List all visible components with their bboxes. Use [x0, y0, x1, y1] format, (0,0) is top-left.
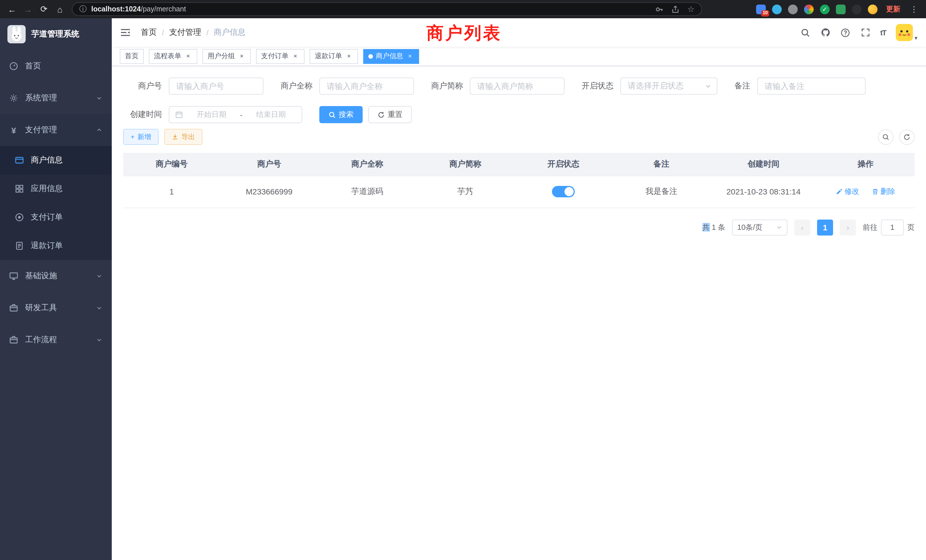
tab-payment-orders[interactable]: 支付订单× — [256, 49, 304, 64]
password-key-icon[interactable] — [655, 5, 664, 14]
tab-refund-orders[interactable]: 退款订单× — [310, 49, 358, 64]
merchant-no-input[interactable] — [169, 77, 263, 95]
page-1-button[interactable]: 1 — [817, 219, 833, 235]
reset-button-label: 重置 — [388, 109, 402, 120]
grid-icon — [15, 184, 24, 193]
close-icon[interactable]: × — [238, 52, 246, 60]
top-navbar: 首页 / 支付管理 / 商户信息 — [112, 18, 926, 47]
tab-user-group[interactable]: 用户分组× — [203, 49, 251, 64]
extension-icon-8[interactable] — [868, 4, 878, 14]
next-page-button[interactable]: › — [840, 219, 856, 235]
trash-icon — [872, 188, 879, 195]
delete-link[interactable]: 删除 — [872, 186, 895, 197]
edit-link[interactable]: 修改 — [836, 186, 859, 197]
bookmark-star-icon[interactable]: ☆ — [687, 5, 694, 14]
create-time-range-picker[interactable]: 开始日期 - 结束日期 — [169, 106, 302, 123]
refresh-icon — [903, 133, 911, 141]
sidebar-item-dev-tools[interactable]: 研发工具 — [0, 292, 112, 324]
sidebar-item-label: 首页 — [25, 61, 41, 71]
user-menu[interactable]: ▾ — [896, 24, 917, 41]
sidebar-item-refund-orders[interactable]: 退款订单 — [0, 232, 112, 260]
share-icon[interactable] — [672, 5, 680, 14]
table-toolbar: + 新增 导出 — [123, 129, 915, 145]
breadcrumb-home[interactable]: 首页 — [141, 27, 157, 38]
extension-badge: 10 — [761, 10, 769, 16]
sidebar-item-merchant-info[interactable]: 商户信息 — [0, 146, 112, 174]
plus-icon: + — [130, 133, 135, 141]
pencil-icon — [836, 188, 843, 195]
toggle-search-button[interactable] — [878, 129, 894, 145]
pagination-jumper: 前往 页 — [863, 219, 915, 235]
status-toggle[interactable] — [552, 186, 575, 197]
browser-home-icon[interactable]: ⌂ — [54, 3, 66, 15]
remark-input[interactable] — [757, 77, 865, 95]
search-button[interactable]: 搜索 — [319, 106, 363, 123]
extension-icon-1[interactable]: 10 — [756, 4, 766, 14]
prev-page-button[interactable]: ‹ — [794, 219, 810, 235]
close-icon[interactable]: × — [184, 52, 192, 60]
cell-full-name: 芋道源码 — [318, 176, 416, 207]
col-remark: 备注 — [613, 153, 710, 176]
export-button[interactable]: 导出 — [164, 129, 203, 145]
sidebar-menu: 首页 系统管理 ¥ 支付管理 — [0, 50, 112, 356]
sidebar-item-home[interactable]: 首页 — [0, 50, 112, 82]
goto-page-input[interactable] — [881, 219, 904, 235]
target-icon — [15, 213, 24, 222]
close-icon[interactable]: × — [345, 52, 353, 60]
goto-suffix: 页 — [907, 222, 915, 232]
browser-menu-icon[interactable]: ⋮ — [909, 5, 919, 14]
extension-icon-2[interactable] — [772, 4, 782, 14]
extension-icon-4[interactable] — [804, 4, 814, 14]
pagination-total: 共 1 条 — [702, 222, 725, 232]
table-header-row: 商户编号 商户号 商户全称 商户简称 开启状态 备注 创建时间 操作 — [123, 153, 915, 176]
font-size-icon[interactable]: tT — [880, 28, 886, 37]
tab-label: 用户分组 — [207, 51, 235, 61]
goto-prefix: 前往 — [863, 222, 878, 232]
extension-icon-5[interactable]: ✓ — [820, 4, 830, 14]
sidebar-item-payment-orders[interactable]: 支付订单 — [0, 203, 112, 232]
app-logo[interactable]: 芋道管理系统 — [0, 18, 112, 50]
breadcrumb-payment[interactable]: 支付管理 — [169, 27, 201, 38]
browser-reload-icon[interactable]: ⟳ — [38, 3, 50, 15]
screenshot-root: ← → ⟳ ⌂ ⓘ localhost:1024/pay/merchant ☆ … — [0, 0, 926, 560]
sidebar-item-workflow[interactable]: 工作流程 — [0, 324, 112, 356]
extension-icon-7[interactable] — [852, 4, 862, 14]
merchant-page: 商户号 商户全称 商户简称 开启状态 — [112, 66, 926, 560]
help-icon[interactable] — [840, 27, 850, 38]
tab-home[interactable]: 首页 — [120, 49, 144, 64]
full-name-input[interactable] — [319, 77, 414, 95]
sidebar-item-payment[interactable]: ¥ 支付管理 — [0, 114, 112, 146]
close-icon[interactable]: × — [291, 52, 300, 60]
total-prefix: 共 — [702, 223, 710, 231]
tab-merchant-info[interactable]: 商户信息× — [363, 49, 419, 64]
hamburger-icon[interactable] — [120, 27, 132, 38]
add-button[interactable]: + 新增 — [123, 129, 159, 145]
close-icon[interactable]: × — [406, 52, 414, 60]
extension-icon-6[interactable] — [836, 4, 846, 14]
browser-forward-icon[interactable]: → — [22, 3, 34, 15]
active-dot — [368, 54, 373, 59]
tabs-bar: 首页 流程表单× 用户分组× 支付订单× 退款订单× 商户信息× — [112, 47, 926, 66]
page-size-value: 10条/页 — [737, 222, 763, 232]
page-info-icon[interactable]: ⓘ — [79, 4, 87, 14]
browser-update-button[interactable]: 更新 — [884, 3, 903, 15]
status-select[interactable]: 请选择开启状态 — [620, 77, 717, 95]
refresh-table-button[interactable] — [899, 129, 915, 145]
sidebar-item-infrastructure[interactable]: 基础设施 — [0, 260, 112, 292]
browser-address-bar[interactable]: ⓘ localhost:1024/pay/merchant ☆ — [72, 2, 702, 16]
extension-icon-3[interactable] — [788, 4, 798, 14]
remark-label: 备注 — [734, 81, 757, 91]
page-size-select[interactable]: 10条/页 — [732, 219, 787, 235]
search-icon[interactable] — [800, 27, 811, 38]
date-separator: - — [240, 110, 243, 119]
sidebar-item-app-info[interactable]: 应用信息 — [0, 174, 112, 203]
short-name-input[interactable] — [470, 77, 564, 95]
tab-process-form[interactable]: 流程表单× — [149, 49, 197, 64]
cell-create-time: 2021-10-23 08:31:14 — [710, 176, 817, 207]
github-icon[interactable] — [820, 27, 831, 38]
status-label: 开启状态 — [582, 81, 620, 91]
fullscreen-icon[interactable] — [860, 27, 870, 38]
reset-button[interactable]: 重置 — [368, 106, 412, 123]
sidebar-item-system[interactable]: 系统管理 — [0, 82, 112, 114]
browser-back-icon[interactable]: ← — [6, 3, 18, 15]
